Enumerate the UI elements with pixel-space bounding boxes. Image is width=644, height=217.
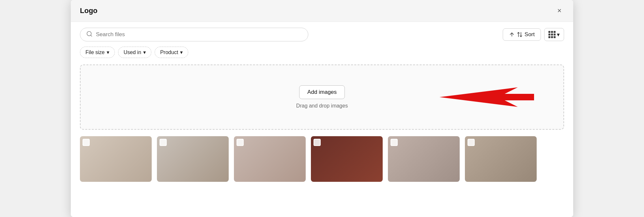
- filter-product-label: Product: [160, 50, 178, 55]
- thumbnail-3[interactable]: [234, 136, 306, 182]
- svg-marker-3: [439, 87, 534, 107]
- filter-used-in[interactable]: Used in ▾: [118, 47, 151, 58]
- filter-file-size-label: File size: [85, 50, 105, 55]
- thumbnail-2[interactable]: [157, 136, 229, 182]
- svg-line-1: [91, 35, 92, 36]
- modal-title: Logo: [80, 7, 98, 15]
- search-wrapper: [80, 28, 308, 41]
- filter-product-chevron: ▾: [180, 49, 183, 55]
- filter-used-in-chevron: ▾: [143, 49, 146, 55]
- sort-label: Sort: [525, 31, 535, 38]
- filters-bar: File size ▾ Used in ▾ Product ▾: [71, 41, 573, 58]
- filter-file-size-chevron: ▾: [107, 49, 109, 55]
- modal-header: Logo ×: [71, 0, 573, 22]
- grid-view-button[interactable]: ▾: [544, 28, 564, 41]
- grid-icon: [548, 31, 556, 38]
- add-images-button[interactable]: Add images: [299, 85, 345, 99]
- drag-drop-text: Drag and drop images: [296, 103, 348, 109]
- search-container: [80, 28, 308, 41]
- thumb-checkbox-6[interactable]: [468, 139, 475, 146]
- search-input[interactable]: [96, 31, 302, 38]
- sort-icon: [509, 32, 515, 37]
- thumb-checkbox-2[interactable]: [160, 139, 167, 146]
- thumb-checkbox-3[interactable]: [237, 139, 244, 146]
- thumbnail-6[interactable]: [465, 136, 537, 182]
- sort-button[interactable]: Sort: [503, 28, 541, 41]
- filter-file-size[interactable]: File size ▾: [80, 47, 115, 58]
- thumbnails-row: [71, 136, 573, 182]
- dropzone[interactable]: Add images Drag and drop images: [80, 65, 564, 130]
- filter-used-in-label: Used in: [124, 50, 141, 55]
- thumb-checkbox-4[interactable]: [314, 139, 321, 146]
- thumbnail-4[interactable]: [311, 136, 383, 182]
- toolbar-right: Sort ▾: [503, 28, 564, 41]
- close-button[interactable]: ×: [555, 6, 564, 16]
- thumb-checkbox-1[interactable]: [83, 139, 90, 146]
- thumb-checkbox-5[interactable]: [391, 139, 398, 146]
- thumbnail-5[interactable]: [388, 136, 460, 182]
- thumbnail-1[interactable]: [80, 136, 152, 182]
- red-arrow-annotation: [439, 84, 544, 110]
- sort-arrows-icon: [517, 32, 523, 37]
- filter-product[interactable]: Product ▾: [155, 47, 188, 58]
- grid-chevron: ▾: [557, 31, 560, 38]
- modal-container: Logo ×: [71, 0, 573, 217]
- toolbar: Sort ▾: [71, 22, 573, 41]
- search-icon: [86, 31, 93, 38]
